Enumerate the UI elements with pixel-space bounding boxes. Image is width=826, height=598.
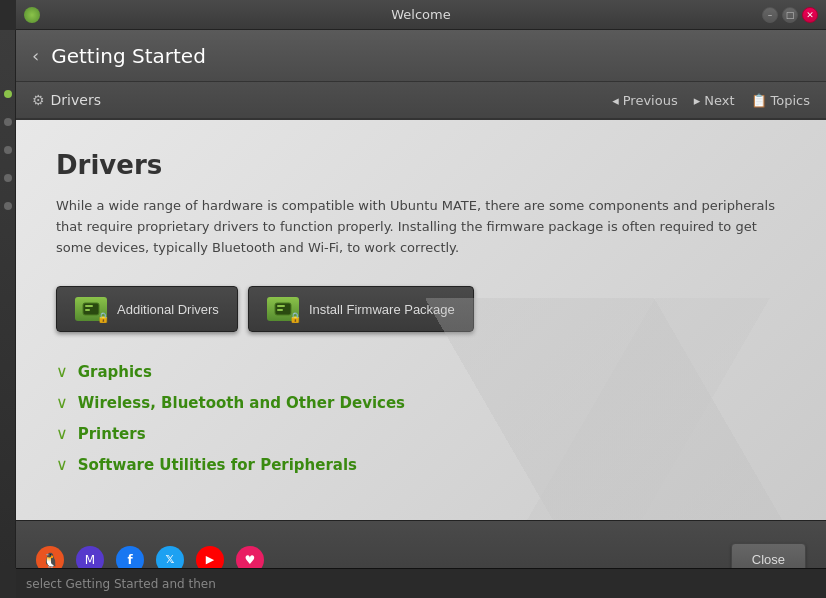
wireless-section-title: Wireless, Bluetooth and Other Devices bbox=[78, 394, 405, 412]
toolbar: ⚙ Drivers ◂ Previous ▸ Next 📋 Topics bbox=[16, 82, 826, 120]
gear-icon: ⚙ bbox=[32, 92, 45, 108]
additional-drivers-button[interactable]: Additional Drivers bbox=[56, 286, 238, 332]
graphics-expand-arrow: ∨ bbox=[56, 362, 68, 381]
install-firmware-label: Install Firmware Package bbox=[309, 302, 455, 317]
toolbar-navigation: ◂ Previous ▸ Next 📋 Topics bbox=[612, 93, 810, 108]
software-utilities-section-header[interactable]: ∨ Software Utilities for Peripherals bbox=[56, 455, 786, 474]
maximize-button[interactable]: □ bbox=[782, 7, 798, 23]
svg-rect-1 bbox=[85, 305, 93, 307]
sidebar-indicator bbox=[4, 174, 12, 182]
main-window: Welcome – □ ✕ ‹ Getting Started ⚙ Driver… bbox=[16, 0, 826, 598]
nav-bar: ‹ Getting Started bbox=[16, 30, 826, 82]
svg-rect-0 bbox=[83, 303, 99, 315]
next-button[interactable]: ▸ Next bbox=[694, 93, 735, 108]
topics-button[interactable]: 📋 Topics bbox=[751, 93, 810, 108]
next-arrow-icon: ▸ bbox=[694, 93, 701, 108]
page-title: Getting Started bbox=[51, 44, 810, 68]
taskbar-strip: select Getting Started and then bbox=[16, 568, 826, 598]
sidebar-indicator bbox=[4, 118, 12, 126]
window-title: Welcome bbox=[391, 7, 450, 22]
software-utilities-expand-arrow: ∨ bbox=[56, 455, 68, 474]
additional-drivers-label: Additional Drivers bbox=[117, 302, 219, 317]
toolbar-drivers-label: Drivers bbox=[51, 92, 101, 108]
sidebar-indicator bbox=[4, 146, 12, 154]
wireless-expand-arrow: ∨ bbox=[56, 393, 68, 412]
graphics-section: ∨ Graphics bbox=[56, 362, 786, 381]
printers-section-title: Printers bbox=[78, 425, 146, 443]
svg-rect-2 bbox=[85, 309, 90, 311]
minimize-button[interactable]: – bbox=[762, 7, 778, 23]
drivers-heading: Drivers bbox=[56, 150, 786, 180]
left-sidebar bbox=[0, 30, 16, 568]
graphics-section-header[interactable]: ∨ Graphics bbox=[56, 362, 786, 381]
taskbar-text: select Getting Started and then bbox=[26, 577, 216, 591]
additional-drivers-icon bbox=[75, 297, 107, 321]
software-utilities-section: ∨ Software Utilities for Peripherals bbox=[56, 455, 786, 474]
install-firmware-icon bbox=[267, 297, 299, 321]
close-window-button[interactable]: ✕ bbox=[802, 7, 818, 23]
previous-label: Previous bbox=[623, 93, 678, 108]
drivers-description: While a wide range of hardware is compat… bbox=[56, 196, 776, 258]
back-button[interactable]: ‹ bbox=[32, 45, 39, 66]
previous-button[interactable]: ◂ Previous bbox=[612, 93, 677, 108]
wireless-section-header[interactable]: ∨ Wireless, Bluetooth and Other Devices bbox=[56, 393, 786, 412]
title-bar: Welcome – □ ✕ bbox=[16, 0, 826, 30]
topics-icon: 📋 bbox=[751, 93, 767, 108]
toolbar-section-label: ⚙ Drivers bbox=[32, 92, 612, 108]
window-controls: – □ ✕ bbox=[762, 7, 818, 23]
sidebar-indicator bbox=[4, 90, 12, 98]
software-utilities-section-title: Software Utilities for Peripherals bbox=[78, 456, 357, 474]
printers-section: ∨ Printers bbox=[56, 424, 786, 443]
topics-label: Topics bbox=[771, 93, 810, 108]
graphics-section-title: Graphics bbox=[78, 363, 152, 381]
printers-expand-arrow: ∨ bbox=[56, 424, 68, 443]
previous-arrow-icon: ◂ bbox=[612, 93, 619, 108]
ubuntu-logo-icon bbox=[24, 7, 40, 23]
next-label: Next bbox=[704, 93, 734, 108]
svg-rect-3 bbox=[275, 303, 291, 315]
sidebar-indicator bbox=[4, 202, 12, 210]
install-firmware-button[interactable]: Install Firmware Package bbox=[248, 286, 474, 332]
svg-rect-5 bbox=[277, 309, 283, 311]
driver-buttons-row: Additional Drivers Install Firmware Pack… bbox=[56, 286, 786, 332]
printers-section-header[interactable]: ∨ Printers bbox=[56, 424, 786, 443]
svg-rect-4 bbox=[277, 305, 285, 307]
wireless-section: ∨ Wireless, Bluetooth and Other Devices bbox=[56, 393, 786, 412]
